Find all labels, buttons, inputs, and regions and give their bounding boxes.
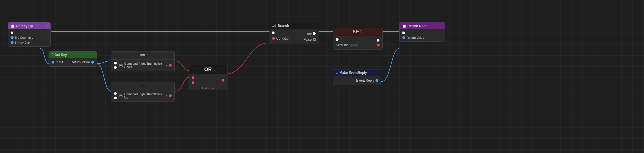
node-eq1-header: == (111, 51, 174, 59)
in-key-event-row: In Key Event (11, 41, 48, 44)
branch-condition-label: Condition (276, 37, 290, 40)
node-get-key[interactable]: f Get Key Input Return Value (49, 51, 97, 67)
branch-false-label: False (304, 38, 312, 42)
node-equal-2[interactable]: == 🎮 Gamepad Right Thumbstick Up ▾ (111, 82, 175, 102)
my-geometry-label: My Geometry (15, 36, 33, 39)
eq2-in-pin-2[interactable] (114, 97, 117, 99)
return-value-row: Return Value (402, 36, 442, 39)
or-out-pin[interactable] (222, 79, 224, 82)
branch-false-pin[interactable] (313, 38, 316, 41)
get-key-return-pin[interactable] (91, 61, 94, 64)
return-title: Return Node (407, 24, 427, 28)
on-key-up-title: On Key Up (16, 24, 33, 28)
on-key-up-warning: ! (47, 24, 48, 28)
or-title: OR (204, 67, 212, 72)
node-make-event-reply[interactable]: ≡ Make EventReply Event Reply (333, 69, 381, 85)
branch-exec-in[interactable] (272, 32, 275, 34)
eq1-out-pin[interactable] (169, 64, 172, 67)
set-scrolling-label: Scrolling (336, 43, 349, 47)
get-key-title: Get Key (54, 53, 67, 57)
eq1-symbol: == (140, 53, 146, 58)
event-reply-label: Event Reply (356, 79, 374, 82)
set-scrolling-toggle[interactable] (350, 44, 358, 46)
node-make-event-reply-header: ≡ Make EventReply (333, 69, 381, 76)
or-in-pin-1[interactable] (192, 76, 194, 79)
node-branch-header: ⎇ Branch (269, 22, 319, 29)
branch-true-label: True (305, 32, 312, 35)
get-key-prefix: f (52, 53, 53, 57)
node-set[interactable]: SET Scrolling (333, 28, 383, 50)
branch-condition-pin[interactable] (272, 37, 275, 40)
node-on-key-up-header: ▣ On Key Up ! (8, 22, 50, 29)
on-key-up-icon: ▣ (11, 24, 14, 28)
eq2-label: Gamepad Right Thumbstick Up (124, 92, 165, 99)
exec-out-pin[interactable] (11, 32, 14, 34)
my-geometry-row: My Geometry (11, 36, 48, 39)
my-geometry-pin[interactable] (11, 36, 14, 39)
eq2-gamepad-icon: 🎮 (118, 94, 123, 98)
eq1-dropdown-arrow[interactable]: ▾ (166, 64, 167, 67)
set-exec-out[interactable] (377, 39, 380, 42)
in-key-event-label: In Key Event (15, 41, 32, 44)
return-exec-in-row (402, 32, 442, 34)
in-key-event-pin[interactable] (11, 41, 14, 44)
node-or-header: OR (189, 65, 227, 74)
eq1-gamepad-icon: 🎮 (118, 63, 123, 68)
node-set-header: SET (333, 28, 382, 36)
eq2-in-pin-1[interactable] (114, 92, 117, 95)
node-return-header: ▣ Return Node (400, 22, 445, 29)
or-in-pin-2[interactable] (192, 81, 194, 84)
node-or[interactable]: OR Add pin ⊕ (189, 65, 227, 90)
make-event-reply-icon: ≡ (336, 71, 338, 75)
event-reply-pin[interactable] (376, 79, 378, 82)
node-equal-1[interactable]: == 🎮 Gamepad Right Thumbstick Down ▾ (111, 51, 175, 71)
eq1-in-pin-1[interactable] (114, 62, 117, 64)
eq1-label: Gamepad Right Thumbstick Down (124, 62, 165, 69)
node-get-key-header: f Get Key (49, 51, 97, 58)
node-branch[interactable]: ⎇ Branch Condition True False (269, 22, 319, 44)
eq2-dropdown-arrow[interactable]: ▾ (166, 94, 167, 97)
node-return[interactable]: ▣ Return Node Return Value (399, 22, 445, 42)
branch-title: Branch (278, 24, 289, 28)
get-key-input-label: Input (56, 60, 63, 64)
make-event-reply-title: Make EventReply (339, 71, 367, 75)
or-add-pin[interactable]: Add pin ⊕ (189, 86, 227, 90)
eq2-symbol: == (140, 83, 146, 88)
eq2-out-pin[interactable] (169, 94, 172, 97)
branch-icon: ⎇ (272, 24, 276, 28)
exec-out-row (11, 32, 48, 34)
eq1-in-pin-2[interactable] (114, 66, 117, 69)
set-scrolling-out[interactable] (377, 44, 380, 46)
get-key-return-label: Return Value (71, 60, 90, 64)
return-value-pin[interactable] (402, 36, 405, 39)
set-title: SET (353, 29, 363, 34)
get-key-input-pin[interactable] (52, 61, 54, 64)
return-value-label: Return Value (407, 36, 424, 39)
node-eq2-header: == (111, 82, 174, 90)
return-exec-in[interactable] (402, 32, 405, 34)
branch-true-pin[interactable] (313, 32, 316, 35)
set-exec-in[interactable] (336, 38, 339, 41)
node-on-key-up[interactable]: ▣ On Key Up ! My Geometry In Key Event (8, 22, 51, 47)
return-icon: ▣ (402, 24, 406, 28)
